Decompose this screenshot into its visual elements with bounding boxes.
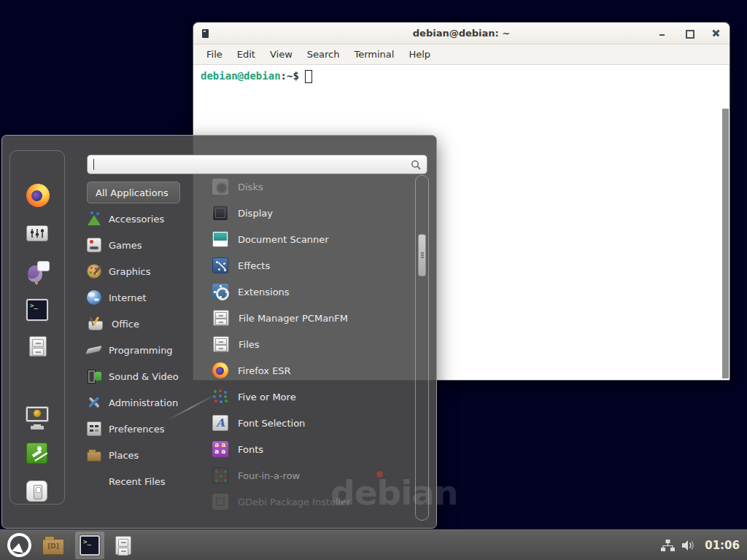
app-display[interactable]: Display — [212, 200, 413, 226]
apps-scrollbar-handle[interactable] — [418, 234, 426, 276]
terminal-titlebar[interactable]: debian@debian: ~ — [193, 23, 729, 44]
application-menu: debian All Applications — [1, 135, 437, 529]
graphics-icon — [87, 264, 101, 279]
search-box[interactable] — [87, 155, 427, 174]
prompt-path: :~$ — [281, 70, 299, 82]
file-cabinet-icon — [213, 310, 229, 326]
programming-icon — [87, 343, 101, 357]
categories-list: Accessories Games Graphics Internet Offi… — [87, 206, 207, 494]
category-accessories[interactable]: Accessories — [87, 206, 207, 232]
app-disks[interactable]: Disks — [212, 174, 413, 200]
search-icon — [411, 160, 421, 170]
file-cabinet-icon — [213, 336, 229, 352]
menu-file[interactable]: File — [199, 46, 230, 63]
extensions-gear-icon — [212, 284, 228, 300]
category-graphics[interactable]: Graphics — [87, 258, 207, 284]
app-document-scanner[interactable]: Document Scanner — [212, 226, 413, 252]
sound-video-icon — [87, 369, 101, 384]
apps-scrollbar-track[interactable] — [415, 175, 429, 521]
favorite-terminal-button[interactable] — [26, 298, 50, 322]
menu-view[interactable]: View — [263, 46, 300, 63]
terminal-icon — [26, 299, 48, 321]
log-out-button[interactable] — [26, 442, 50, 465]
app-extensions[interactable]: Extensions — [212, 279, 413, 305]
favorite-pidgin-button[interactable] — [26, 260, 50, 284]
document-scanner-icon — [212, 231, 228, 247]
category-places[interactable]: Places — [87, 442, 207, 468]
app-fonts[interactable]: Fonts — [212, 436, 413, 462]
settings-mixer-icon — [26, 225, 48, 241]
games-icon — [87, 238, 101, 252]
app-five-or-more[interactable]: Five or More — [212, 384, 413, 410]
prompt-user-host: debian@debian — [201, 70, 281, 82]
app-effects[interactable]: Effects — [212, 252, 413, 279]
accessories-icon — [87, 211, 101, 226]
category-sound-video[interactable]: Sound & Video — [87, 363, 207, 389]
category-office[interactable]: Office — [87, 311, 207, 337]
favorites-panel — [9, 150, 65, 505]
menu-edit[interactable]: Edit — [230, 46, 263, 63]
terminal-menubar: File Edit View Search Terminal Help — [193, 44, 729, 65]
gdebi-icon — [212, 494, 228, 510]
clock[interactable]: 01:06 — [705, 539, 740, 552]
taskbar: 01:06 — [0, 529, 747, 560]
firefox-icon — [26, 184, 50, 207]
volume-icon[interactable] — [681, 540, 695, 551]
category-label: All Applications — [96, 187, 169, 198]
log-out-icon — [26, 443, 47, 464]
terminal-icon — [80, 535, 100, 556]
category-games[interactable]: Games — [87, 232, 207, 258]
menu-terminal[interactable]: Terminal — [347, 46, 401, 63]
pidgin-icon — [26, 260, 50, 284]
app-file-manager-pcmanfm[interactable]: File Manager PCManFM — [212, 305, 413, 331]
lock-screen-button[interactable] — [26, 405, 50, 428]
category-programming[interactable]: Programming — [87, 337, 207, 363]
app-files[interactable]: Files — [212, 331, 413, 357]
preferences-icon — [87, 421, 101, 436]
category-preferences[interactable]: Preferences — [87, 416, 207, 442]
favorite-settings-mixer-button[interactable] — [26, 222, 50, 245]
firefox-icon — [212, 362, 228, 378]
app-font-selection[interactable]: Font Selection — [212, 410, 413, 436]
app-gdebi-package-installer[interactable]: GDebi Package Installer — [212, 489, 413, 515]
category-all-applications[interactable]: All Applications — [87, 182, 180, 203]
favorite-firefox-button[interactable] — [26, 184, 50, 207]
taskbar-file-manager-button[interactable] — [42, 539, 64, 555]
file-cabinet-icon — [115, 536, 131, 555]
favorite-file-manager-button[interactable] — [26, 335, 50, 358]
terminal-scrollbar-handle[interactable] — [722, 109, 729, 378]
terminal-scrollbar[interactable] — [722, 109, 729, 378]
four-in-a-row-icon — [212, 467, 228, 483]
network-icon[interactable] — [661, 540, 675, 551]
app-four-in-a-row[interactable]: Four-in-a-row — [212, 462, 413, 489]
category-internet[interactable]: Internet — [87, 284, 207, 311]
taskbar-terminal-button-active[interactable] — [75, 532, 104, 559]
internet-globe-icon — [87, 290, 101, 305]
applications-list: Disks Display Document Scanner Effects E… — [212, 174, 413, 515]
category-administration[interactable]: Administration — [87, 389, 207, 416]
shut-down-icon — [26, 481, 47, 502]
menu-button[interactable] — [7, 533, 31, 557]
disks-icon — [212, 179, 228, 195]
taskbar-files-button[interactable] — [115, 536, 131, 555]
office-icon — [88, 321, 103, 330]
app-firefox-esr[interactable]: Firefox ESR — [212, 357, 413, 384]
maximize-button[interactable] — [684, 28, 694, 38]
category-recent-files[interactable]: Recent Files — [87, 468, 207, 494]
places-folder-icon — [87, 451, 101, 462]
desktop: debian@debian: ~ File Edit View Search T… — [0, 0, 747, 560]
minimize-button[interactable] — [657, 28, 667, 38]
search-input[interactable] — [96, 159, 411, 170]
fonts-icon — [212, 441, 228, 457]
menu-search[interactable]: Search — [300, 46, 347, 63]
administration-icon — [87, 395, 101, 410]
shut-down-button[interactable] — [26, 480, 50, 503]
menu-help[interactable]: Help — [401, 46, 438, 63]
close-button[interactable] — [711, 28, 721, 38]
terminal-title: debian@debian: ~ — [193, 28, 729, 39]
lock-screen-icon — [26, 407, 48, 421]
effects-icon — [212, 257, 228, 273]
display-icon — [212, 205, 228, 221]
five-or-more-icon — [212, 389, 228, 405]
file-cabinet-icon — [29, 336, 47, 357]
